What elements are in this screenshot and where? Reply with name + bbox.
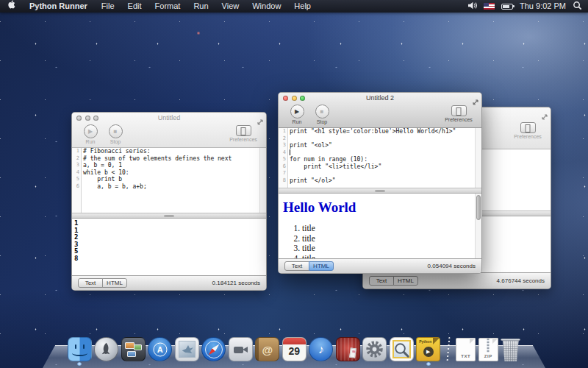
close-button[interactable] <box>283 96 288 101</box>
bottom-bar: Text HTML 0.054094 seconds <box>279 258 481 273</box>
spotlight-icon[interactable] <box>573 1 582 12</box>
code-line: 2 <box>279 135 481 143</box>
pane-splitter[interactable] <box>72 213 266 219</box>
html-tab[interactable]: HTML <box>309 261 334 271</box>
code-line: 6 a, b = b, a+b; <box>72 183 266 191</box>
html-tab[interactable]: HTML <box>102 278 127 288</box>
code-line: 2# the sum of two elements defines the n… <box>72 155 266 163</box>
code-editor[interactable]: 1# Fibonacci series: 2# the sum of two e… <box>72 148 266 213</box>
minimize-button[interactable] <box>292 96 297 101</box>
close-button[interactable] <box>76 116 82 121</box>
toolbar: ▶ Run ■ Stop Preferences <box>72 123 266 147</box>
battery-icon[interactable] <box>501 4 513 10</box>
menu-app-name[interactable]: Python Runner <box>22 0 95 13</box>
menu-help[interactable]: Help <box>287 0 318 13</box>
ical-dock-icon[interactable]: 29 <box>282 337 306 361</box>
code-editor[interactable]: 1print "<h1 style='color:blue'>Hello Wor… <box>279 128 481 188</box>
html-tab[interactable]: HTML <box>393 276 418 286</box>
finder-dock-icon[interactable] <box>68 337 92 361</box>
menu-file[interactable]: File <box>95 0 121 13</box>
splitter-handle[interactable] <box>164 215 174 217</box>
output-line: 1 <box>72 227 266 235</box>
window-title: Untitled <box>72 113 266 123</box>
list-item: title <box>302 244 481 252</box>
address-book-dock-icon[interactable]: @ <box>255 337 279 361</box>
titlebar[interactable]: Untitled 2 <box>279 93 481 103</box>
stop-button[interactable]: ■ Stop <box>103 124 128 144</box>
mail-dock-icon[interactable] <box>175 337 199 361</box>
menu-bar: Python Runner File Edit Format Run View … <box>0 0 588 13</box>
window-untitled: Untitled ▶ Run ■ Stop Preferences <box>71 112 267 291</box>
menu-edit[interactable]: Edit <box>121 0 148 13</box>
fullscreen-icon[interactable] <box>542 110 548 123</box>
fullscreen-icon[interactable] <box>257 115 263 128</box>
preview-dock-icon[interactable] <box>390 337 414 361</box>
system-preferences-dock-icon[interactable] <box>362 337 387 361</box>
preferences-button[interactable]: Preferences <box>511 121 545 139</box>
splitter-handle[interactable] <box>375 190 385 192</box>
python-runner-dock-icon[interactable]: Python ▶ <box>416 337 440 361</box>
stop-button[interactable]: ■ Stop <box>309 105 334 124</box>
menu-view[interactable]: View <box>215 0 246 13</box>
volume-icon[interactable] <box>467 1 477 11</box>
titlebar[interactable]: Untitled <box>72 113 266 123</box>
list-item: title <box>302 234 481 243</box>
photo-booth-dock-icon[interactable] <box>336 337 360 361</box>
code-line: 5 print b <box>72 176 266 183</box>
preferences-icon <box>451 105 467 116</box>
preferences-button[interactable]: Preferences <box>442 105 476 122</box>
traffic-lights[interactable] <box>76 116 98 121</box>
bottom-bar: Text HTML 4.676744 seconds <box>363 272 551 289</box>
app-store-dock-icon[interactable]: A <box>148 337 172 361</box>
zoom-button[interactable] <box>300 96 305 101</box>
play-icon: ▶ <box>84 124 98 138</box>
scrollbar-thumb[interactable] <box>476 195 481 220</box>
input-language-flag-icon[interactable] <box>484 3 495 10</box>
text-tab[interactable]: Text <box>284 261 309 271</box>
stop-icon: ■ <box>315 105 329 118</box>
safari-dock-icon[interactable] <box>201 337 226 361</box>
facetime-dock-icon[interactable] <box>229 337 253 361</box>
bottom-bar: Text HTML 0.184121 seconds <box>72 275 266 290</box>
window-title: Untitled 2 <box>279 93 481 103</box>
preferences-button[interactable]: Preferences <box>226 124 260 142</box>
menu-format[interactable]: Format <box>148 0 187 13</box>
mission-control-dock-icon[interactable] <box>121 337 146 361</box>
output-line: 5 <box>72 248 266 255</box>
preferences-icon <box>520 122 536 133</box>
output-mode-segmented-control: Text HTML <box>284 261 334 271</box>
zip-file-dock-icon[interactable]: ZIP <box>478 338 498 361</box>
menu-window[interactable]: Window <box>245 0 287 13</box>
launchpad-dock-icon[interactable] <box>94 337 118 361</box>
window-untitled-2: Untitled 2 ▶ Run ■ Stop Preferences <box>278 92 482 274</box>
execution-time: 0.184121 seconds <box>212 280 266 286</box>
menu-run[interactable]: Run <box>187 0 215 13</box>
rendered-ordered-list: title title title title title title <box>279 224 481 258</box>
menu-clock[interactable]: Thu 9:02 PM <box>520 0 566 13</box>
code-line: 7 <box>279 170 481 177</box>
code-line: 8print "</ol>" <box>279 177 481 185</box>
run-button[interactable]: ▶ Run <box>78 124 103 144</box>
output-line: 8 <box>72 255 266 263</box>
pane-splitter[interactable] <box>279 188 481 194</box>
trash-dock-icon[interactable] <box>501 339 520 361</box>
text-tab[interactable]: Text <box>369 276 394 286</box>
code-line: 5for num in range (10): <box>279 156 481 163</box>
list-item: title <box>302 254 481 259</box>
traffic-lights[interactable] <box>283 96 305 101</box>
zoom-button[interactable] <box>93 116 98 121</box>
itunes-dock-icon[interactable]: ♪ <box>309 337 333 361</box>
code-line: 1# Fibonacci series: <box>72 148 266 155</box>
dock-separator <box>446 337 450 361</box>
vertical-scrollbar[interactable] <box>475 194 481 258</box>
text-tab[interactable]: Text <box>78 278 103 288</box>
apple-menu-icon[interactable] <box>0 0 22 13</box>
toolbar: ▶ Run ■ Stop Preferences <box>279 103 481 127</box>
play-icon: ▶ <box>423 347 434 357</box>
output-line: 2 <box>72 234 266 241</box>
minimize-button[interactable] <box>85 116 90 121</box>
run-button[interactable]: ▶ Run <box>284 105 309 124</box>
txt-file-dock-icon[interactable]: TXT <box>456 338 476 361</box>
execution-time: 0.054094 seconds <box>428 263 481 269</box>
fullscreen-icon[interactable] <box>473 95 478 108</box>
